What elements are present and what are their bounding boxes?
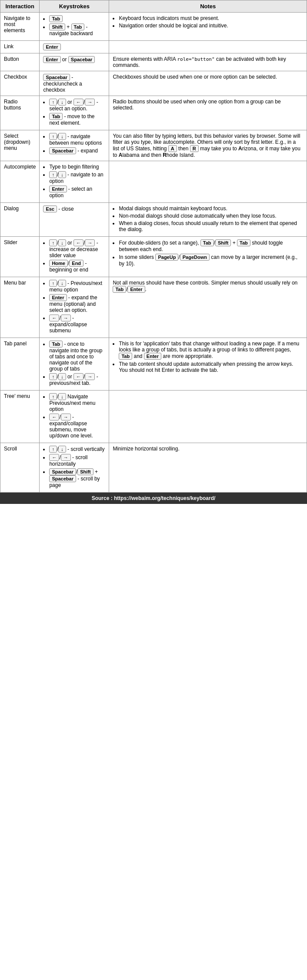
table-row: Menu bar↑/↓ - Previous/next menu optionE…: [0, 277, 307, 338]
table-row: Tree' menu↑/↓ Navigate Previous/next men…: [0, 391, 307, 443]
keystrokes-cell: ↑/↓ Navigate Previous/next menu option←/…: [40, 391, 109, 443]
interaction-cell: Link: [0, 41, 40, 53]
notes-cell: You can also filter by typing letters, b…: [109, 130, 307, 161]
keystrokes-cell: ↑/↓ or ←/→ - increase or decrease slider…: [40, 237, 109, 277]
table-row: Scroll↑/↓ - scroll vertically←/→ - scrol…: [0, 443, 307, 493]
interaction-cell: Select (dropdown) menu: [0, 130, 40, 161]
keystrokes-cell: Tab - once to navigate into the group of…: [40, 338, 109, 391]
keystrokes-cell: ↑/↓ - navigate between menu optionsSpace…: [40, 130, 109, 161]
table-row: DialogEsc - closeModal dialogs should ma…: [0, 203, 307, 237]
table-row: Radio buttons↑/↓ or ←/→ - select an opti…: [0, 96, 307, 130]
notes-cell: Radio buttons should be used when only o…: [109, 96, 307, 130]
interaction-cell: Checkbox: [0, 71, 40, 96]
col-header-keystrokes: Keystrokes: [40, 0, 109, 13]
table-row: ButtonEnter or SpacebarEnsure elements w…: [0, 53, 307, 71]
interaction-cell: Menu bar: [0, 277, 40, 338]
table-row: Navigate to most elementsTabShift + Tab …: [0, 13, 307, 41]
notes-cell: [109, 391, 307, 443]
notes-cell: Checkboxes should be used when one or mo…: [109, 71, 307, 96]
interaction-cell: Dialog: [0, 203, 40, 237]
keystrokes-cell: Spacebar - check/uncheck a checkbox: [40, 71, 109, 96]
notes-cell: [109, 41, 307, 53]
keyboard-shortcuts-table: Interaction Keystrokes Notes Navigate to…: [0, 0, 307, 493]
col-header-notes: Notes: [109, 0, 307, 13]
notes-cell: Keyboard focus indicators must be presen…: [109, 13, 307, 41]
notes-cell: Minimize horizontal scrolling.: [109, 443, 307, 493]
interaction-cell: Navigate to most elements: [0, 13, 40, 41]
notes-cell: Ensure elements with ARIA role="button" …: [109, 53, 307, 71]
table-row: AutocompleteType to begin filtering↑/↓ -…: [0, 161, 307, 203]
interaction-cell: Scroll: [0, 443, 40, 493]
source-bar: Source : https://webaim.org/techniques/k…: [0, 493, 307, 504]
keystrokes-cell: Enter: [40, 41, 109, 53]
keystrokes-cell: Type to begin filtering↑/↓ - navigate to…: [40, 161, 109, 203]
table-row: Select (dropdown) menu↑/↓ - navigate bet…: [0, 130, 307, 161]
col-header-interaction: Interaction: [0, 0, 40, 13]
notes-cell: This is for 'application' tabs that chan…: [109, 338, 307, 391]
keystrokes-cell: ↑/↓ or ←/→ - select an option.Tab - move…: [40, 96, 109, 130]
keystrokes-cell: ↑/↓ - Previous/next menu optionEnter - e…: [40, 277, 109, 338]
interaction-cell: Tab panel: [0, 338, 40, 391]
table-row: CheckboxSpacebar - check/uncheck a check…: [0, 71, 307, 96]
table-row: Tab panelTab - once to navigate into the…: [0, 338, 307, 391]
notes-cell: [109, 161, 307, 203]
interaction-cell: Radio buttons: [0, 96, 40, 130]
interaction-cell: Tree' menu: [0, 391, 40, 443]
interaction-cell: Button: [0, 53, 40, 71]
interaction-cell: Autocomplete: [0, 161, 40, 203]
keystrokes-cell: TabShift + Tab - navigate backward: [40, 13, 109, 41]
notes-cell: For double-sliders (to set a range), Tab…: [109, 237, 307, 277]
keystrokes-cell: ↑/↓ - scroll vertically←/→ - scroll hori…: [40, 443, 109, 493]
notes-cell: Not all menus should have these controls…: [109, 277, 307, 338]
notes-cell: Modal dialogs should maintain keyboard f…: [109, 203, 307, 237]
keystrokes-cell: Enter or Spacebar: [40, 53, 109, 71]
table-row: LinkEnter: [0, 41, 307, 53]
interaction-cell: Slider: [0, 237, 40, 277]
table-row: Slider↑/↓ or ←/→ - increase or decrease …: [0, 237, 307, 277]
keystrokes-cell: Esc - close: [40, 203, 109, 237]
